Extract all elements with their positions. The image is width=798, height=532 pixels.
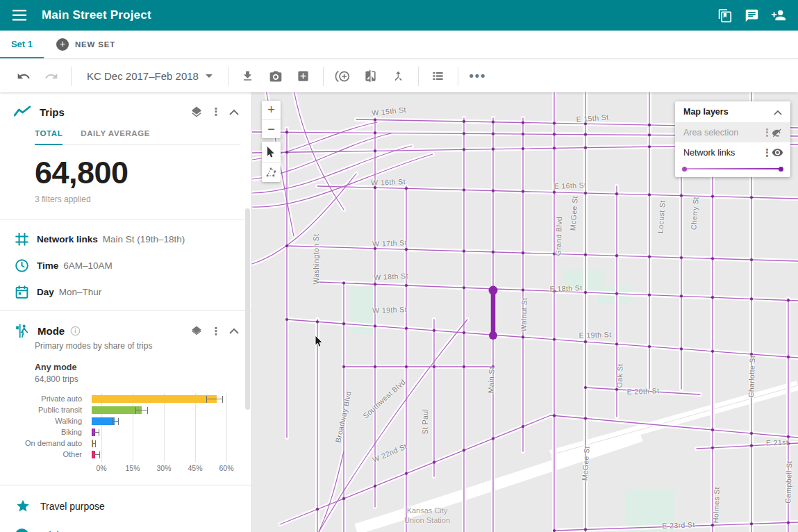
compare-button[interactable]	[357, 64, 385, 89]
divider	[71, 67, 72, 86]
street-label: Washington St	[312, 233, 320, 284]
feedback-chat-icon[interactable]	[743, 7, 760, 24]
street-label: Charlotte St	[747, 356, 756, 398]
error-bar	[135, 407, 148, 414]
add-card-button[interactable]	[290, 64, 317, 89]
tab-total[interactable]: TOTAL	[35, 129, 63, 145]
collapse-chevron-icon[interactable]	[774, 110, 782, 115]
mouse-cursor-icon	[315, 335, 324, 351]
visibility-off-icon[interactable]	[772, 128, 783, 138]
person-add-icon[interactable]	[770, 7, 787, 24]
mode-transit-icon	[14, 323, 29, 339]
hamburger-menu-icon[interactable]	[11, 7, 28, 24]
street-label: E 23rd St	[662, 520, 695, 530]
new-set-button[interactable]: + NEW SET	[56, 31, 115, 58]
kebab-menu-icon[interactable]: ⋮	[214, 110, 218, 114]
app-header: Main Street Project	[0, 0, 798, 31]
kebab-menu-icon[interactable]: ⋮	[762, 131, 766, 135]
street-label: W 17th St	[372, 238, 407, 248]
bar-label: Public transit	[25, 406, 92, 414]
app-root: Main Street Project Set 1 + NEW SET	[0, 0, 798, 532]
dataset-dropdown[interactable]: KC Dec 2017–Feb 2018	[77, 70, 222, 82]
undo-button[interactable]	[10, 64, 38, 89]
header-actions	[716, 7, 787, 24]
list-view-button[interactable]	[424, 64, 452, 89]
chevron-down-icon	[206, 74, 213, 78]
screenshot-camera-button[interactable]	[262, 64, 290, 89]
map-layers-panel: Map layers Area selection ⋮ Network link…	[675, 101, 790, 177]
zoom-in-button[interactable]: +	[262, 101, 281, 119]
chart-row: Private auto	[25, 393, 237, 404]
layers-icon[interactable]	[190, 106, 203, 118]
kebab-menu-icon[interactable]: ⋮	[214, 329, 218, 333]
filter-day[interactable]: Day Mon–Thur	[0, 279, 251, 305]
plus-circle-icon: +	[56, 38, 69, 51]
filter-time[interactable]: Time 6AM–10AM	[0, 252, 251, 279]
download-button[interactable]	[234, 64, 262, 89]
street-label: Main St	[486, 367, 495, 394]
axis-tick: 15%	[125, 464, 140, 472]
axis-tick: 30%	[156, 464, 171, 472]
layer-row-area-selection[interactable]: Area selection ⋮	[675, 122, 790, 142]
add-selection-button[interactable]	[329, 64, 357, 89]
chart-row: Biking	[25, 426, 237, 438]
error-bar	[93, 451, 101, 458]
filters-list: Network links Main St (19th–18th) Time 6…	[0, 219, 251, 310]
polygon-select-icon	[265, 167, 277, 178]
layer-row-network-links[interactable]: Network links ⋮	[675, 142, 790, 163]
mode-title: Mode	[38, 325, 65, 337]
tab-daily-average[interactable]: DAILY AVERAGE	[81, 129, 150, 144]
filters-applied-note: 3 filters applied	[35, 194, 251, 204]
filter-network-links[interactable]: Network links Main St (19th–18th)	[0, 226, 251, 252]
street-label: Oak St	[615, 364, 624, 388]
axis-tick: 60%	[219, 464, 233, 472]
map-layers-title: Map layers	[683, 107, 729, 117]
mode-chart-axis: 0%15%30%45%60%	[101, 460, 237, 474]
day-calendar-icon	[15, 285, 29, 299]
network-links-legend	[682, 163, 783, 174]
redo-button[interactable]	[38, 64, 65, 89]
map-canvas[interactable]: W 15th StE 15th StW 16th StE 16th StW 17…	[252, 90, 798, 532]
copy-pages-icon[interactable]	[716, 7, 733, 24]
error-bar	[206, 396, 223, 403]
kebab-menu-icon[interactable]: ⋮	[762, 151, 766, 155]
chart-row: Other	[25, 449, 237, 460]
street-label: E 20th St	[626, 386, 659, 396]
street-label: E 21st	[766, 438, 789, 447]
collapse-chevron-icon[interactable]	[229, 109, 239, 115]
bar-label: On demand auto	[25, 439, 92, 447]
visibility-icon[interactable]	[772, 149, 783, 157]
info-icon[interactable]	[70, 326, 81, 336]
divider	[458, 67, 458, 86]
toolbar: KC Dec 2017–Feb 2018 •••	[0, 60, 798, 92]
pointer-tool-button[interactable]	[262, 142, 281, 162]
street-label: Grand Blvd	[554, 217, 563, 256]
collapse-chevron-icon[interactable]	[229, 328, 239, 334]
axis-tick: 45%	[188, 464, 202, 472]
total-trips-value: 64,800	[35, 155, 251, 191]
origin-circle-icon	[15, 529, 28, 532]
street-label: W 19th St	[372, 305, 407, 315]
layers-icon[interactable]	[190, 325, 203, 338]
trips-card-header: Trips ⋮	[0, 92, 251, 118]
polygon-select-tool-button[interactable]	[262, 162, 281, 182]
chart-row: Walking	[25, 415, 237, 426]
bar-label: Other	[25, 450, 92, 458]
bar-label: Walking	[25, 417, 92, 425]
error-bar	[92, 440, 96, 447]
more-options-button[interactable]: •••	[464, 64, 492, 89]
error-bar	[93, 429, 99, 436]
sidebar-scrollbar[interactable]	[245, 208, 250, 410]
section-travel-purpose[interactable]: Travel purpose	[0, 485, 251, 513]
mode-subtitle: Primary modes by share of trips	[35, 341, 251, 351]
street-label: Walnut St	[519, 297, 529, 331]
zoom-out-button[interactable]: −	[262, 119, 281, 138]
chart-row: On demand auto	[25, 438, 237, 449]
time-clock-icon	[15, 258, 29, 273]
section-origin[interactable]: Origin	[0, 513, 251, 532]
tab-set-1[interactable]: Set 1	[0, 31, 44, 58]
bar-public-transit	[92, 406, 142, 414]
merge-routes-button[interactable]	[385, 64, 413, 89]
divider	[323, 67, 324, 86]
trips-chart-icon	[14, 106, 31, 118]
